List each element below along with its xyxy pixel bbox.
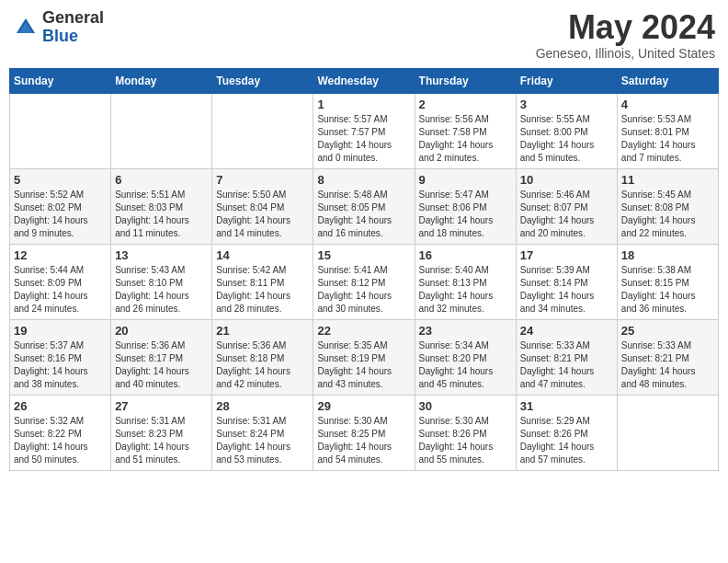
- day-info: Sunrise: 5:39 AM Sunset: 8:14 PM Dayligh…: [520, 264, 613, 316]
- calendar-cell: [10, 93, 111, 168]
- calendar-cell: 15Sunrise: 5:41 AM Sunset: 8:12 PM Dayli…: [313, 244, 415, 319]
- calendar-cell: 20Sunrise: 5:36 AM Sunset: 8:17 PM Dayli…: [111, 319, 212, 395]
- calendar-cell: 18Sunrise: 5:38 AM Sunset: 8:15 PM Dayli…: [617, 244, 718, 319]
- calendar-cell: 27Sunrise: 5:31 AM Sunset: 8:23 PM Dayli…: [111, 395, 212, 470]
- day-info: Sunrise: 5:36 AM Sunset: 8:17 PM Dayligh…: [115, 339, 208, 391]
- day-info: Sunrise: 5:30 AM Sunset: 8:25 PM Dayligh…: [317, 415, 410, 466]
- day-number: 1: [317, 98, 410, 111]
- calendar-cell: 16Sunrise: 5:40 AM Sunset: 8:13 PM Dayli…: [415, 244, 516, 319]
- day-info: Sunrise: 5:33 AM Sunset: 8:21 PM Dayligh…: [621, 339, 714, 391]
- day-info: Sunrise: 5:48 AM Sunset: 8:05 PM Dayligh…: [317, 189, 410, 240]
- weekday-header-friday: Friday: [516, 68, 617, 93]
- calendar-cell: 6Sunrise: 5:51 AM Sunset: 8:03 PM Daylig…: [111, 168, 212, 244]
- day-info: Sunrise: 5:29 AM Sunset: 8:26 PM Dayligh…: [520, 415, 613, 466]
- logo-general-text: General: [42, 9, 104, 28]
- calendar-cell: 21Sunrise: 5:36 AM Sunset: 8:18 PM Dayli…: [212, 319, 313, 395]
- day-info: Sunrise: 5:55 AM Sunset: 8:00 PM Dayligh…: [520, 113, 613, 165]
- calendar-cell: [111, 93, 212, 168]
- day-number: 25: [621, 324, 714, 338]
- weekday-header-saturday: Saturday: [617, 68, 718, 93]
- day-number: 4: [621, 98, 714, 111]
- calendar-body: 1Sunrise: 5:57 AM Sunset: 7:57 PM Daylig…: [10, 93, 719, 470]
- day-number: 23: [419, 324, 512, 338]
- calendar-cell: 12Sunrise: 5:44 AM Sunset: 8:09 PM Dayli…: [10, 244, 111, 319]
- day-number: 20: [115, 324, 208, 338]
- title-block: May 2024 Geneseo, Illinois, United State…: [536, 9, 715, 61]
- day-info: Sunrise: 5:53 AM Sunset: 8:01 PM Dayligh…: [621, 113, 714, 165]
- day-info: Sunrise: 5:43 AM Sunset: 8:10 PM Dayligh…: [115, 264, 208, 316]
- day-info: Sunrise: 5:30 AM Sunset: 8:26 PM Dayligh…: [419, 415, 512, 466]
- calendar-cell: 7Sunrise: 5:50 AM Sunset: 8:04 PM Daylig…: [212, 168, 313, 244]
- calendar-cell: 8Sunrise: 5:48 AM Sunset: 8:05 PM Daylig…: [313, 168, 415, 244]
- day-number: 15: [317, 248, 410, 262]
- day-number: 14: [216, 248, 309, 262]
- day-info: Sunrise: 5:47 AM Sunset: 8:06 PM Dayligh…: [419, 189, 512, 240]
- weekday-row: SundayMondayTuesdayWednesdayThursdayFrid…: [10, 68, 719, 93]
- calendar-cell: [212, 93, 313, 168]
- calendar-cell: 17Sunrise: 5:39 AM Sunset: 8:14 PM Dayli…: [516, 244, 617, 319]
- day-number: 26: [14, 399, 107, 413]
- logo-icon: [13, 15, 39, 40]
- day-number: 13: [115, 248, 208, 262]
- day-info: Sunrise: 5:57 AM Sunset: 7:57 PM Dayligh…: [317, 113, 410, 165]
- logo: General Blue: [13, 9, 104, 46]
- calendar-cell: 2Sunrise: 5:56 AM Sunset: 7:58 PM Daylig…: [415, 93, 516, 168]
- page-header: General Blue May 2024 Geneseo, Illinois,…: [9, 9, 719, 61]
- day-number: 16: [419, 248, 512, 262]
- day-number: 24: [520, 324, 613, 338]
- day-info: Sunrise: 5:38 AM Sunset: 8:15 PM Dayligh…: [621, 264, 714, 316]
- calendar-cell: 5Sunrise: 5:52 AM Sunset: 8:02 PM Daylig…: [10, 168, 111, 244]
- calendar-cell: 30Sunrise: 5:30 AM Sunset: 8:26 PM Dayli…: [415, 395, 516, 470]
- day-info: Sunrise: 5:40 AM Sunset: 8:13 PM Dayligh…: [419, 264, 512, 316]
- day-number: 5: [14, 173, 107, 187]
- day-number: 10: [520, 173, 613, 187]
- day-info: Sunrise: 5:51 AM Sunset: 8:03 PM Dayligh…: [115, 189, 208, 240]
- day-info: Sunrise: 5:46 AM Sunset: 8:07 PM Dayligh…: [520, 189, 613, 240]
- day-number: 2: [419, 98, 512, 111]
- day-info: Sunrise: 5:34 AM Sunset: 8:20 PM Dayligh…: [419, 339, 512, 391]
- day-info: Sunrise: 5:32 AM Sunset: 8:22 PM Dayligh…: [14, 415, 107, 466]
- location-text: Geneseo, Illinois, United States: [536, 46, 715, 61]
- day-number: 29: [317, 399, 410, 413]
- logo-blue-text: Blue: [42, 28, 104, 46]
- calendar-cell: 22Sunrise: 5:35 AM Sunset: 8:19 PM Dayli…: [313, 319, 415, 395]
- day-number: 31: [520, 399, 613, 413]
- day-number: 7: [216, 173, 309, 187]
- calendar-week-4: 19Sunrise: 5:37 AM Sunset: 8:16 PM Dayli…: [10, 319, 719, 395]
- calendar-cell: 1Sunrise: 5:57 AM Sunset: 7:57 PM Daylig…: [313, 93, 415, 168]
- calendar-cell: 28Sunrise: 5:31 AM Sunset: 8:24 PM Dayli…: [212, 395, 313, 470]
- calendar-cell: 31Sunrise: 5:29 AM Sunset: 8:26 PM Dayli…: [516, 395, 617, 470]
- weekday-header-thursday: Thursday: [415, 68, 516, 93]
- calendar-table: SundayMondayTuesdayWednesdayThursdayFrid…: [9, 68, 719, 471]
- calendar-cell: 25Sunrise: 5:33 AM Sunset: 8:21 PM Dayli…: [617, 319, 718, 395]
- calendar-cell: 23Sunrise: 5:34 AM Sunset: 8:20 PM Dayli…: [415, 319, 516, 395]
- day-number: 12: [14, 248, 107, 262]
- calendar-week-2: 5Sunrise: 5:52 AM Sunset: 8:02 PM Daylig…: [10, 168, 719, 244]
- day-number: 22: [317, 324, 410, 338]
- weekday-header-sunday: Sunday: [10, 68, 111, 93]
- logo-text: General Blue: [42, 9, 104, 46]
- weekday-header-tuesday: Tuesday: [212, 68, 313, 93]
- day-number: 21: [216, 324, 309, 338]
- calendar-cell: 14Sunrise: 5:42 AM Sunset: 8:11 PM Dayli…: [212, 244, 313, 319]
- month-title: May 2024: [536, 9, 715, 46]
- calendar-cell: 4Sunrise: 5:53 AM Sunset: 8:01 PM Daylig…: [617, 93, 718, 168]
- calendar-cell: 11Sunrise: 5:45 AM Sunset: 8:08 PM Dayli…: [617, 168, 718, 244]
- day-info: Sunrise: 5:52 AM Sunset: 8:02 PM Dayligh…: [14, 189, 107, 240]
- calendar-cell: 3Sunrise: 5:55 AM Sunset: 8:00 PM Daylig…: [516, 93, 617, 168]
- day-number: 9: [419, 173, 512, 187]
- day-info: Sunrise: 5:33 AM Sunset: 8:21 PM Dayligh…: [520, 339, 613, 391]
- day-info: Sunrise: 5:36 AM Sunset: 8:18 PM Dayligh…: [216, 339, 309, 391]
- calendar-week-5: 26Sunrise: 5:32 AM Sunset: 8:22 PM Dayli…: [10, 395, 719, 470]
- calendar-cell: 24Sunrise: 5:33 AM Sunset: 8:21 PM Dayli…: [516, 319, 617, 395]
- day-info: Sunrise: 5:56 AM Sunset: 7:58 PM Dayligh…: [419, 113, 512, 165]
- calendar-cell: 26Sunrise: 5:32 AM Sunset: 8:22 PM Dayli…: [10, 395, 111, 470]
- day-number: 28: [216, 399, 309, 413]
- calendar-cell: 19Sunrise: 5:37 AM Sunset: 8:16 PM Dayli…: [10, 319, 111, 395]
- day-info: Sunrise: 5:45 AM Sunset: 8:08 PM Dayligh…: [621, 189, 714, 240]
- calendar-header: SundayMondayTuesdayWednesdayThursdayFrid…: [10, 68, 719, 93]
- day-info: Sunrise: 5:35 AM Sunset: 8:19 PM Dayligh…: [317, 339, 410, 391]
- day-number: 8: [317, 173, 410, 187]
- day-number: 11: [621, 173, 714, 187]
- calendar-cell: 10Sunrise: 5:46 AM Sunset: 8:07 PM Dayli…: [516, 168, 617, 244]
